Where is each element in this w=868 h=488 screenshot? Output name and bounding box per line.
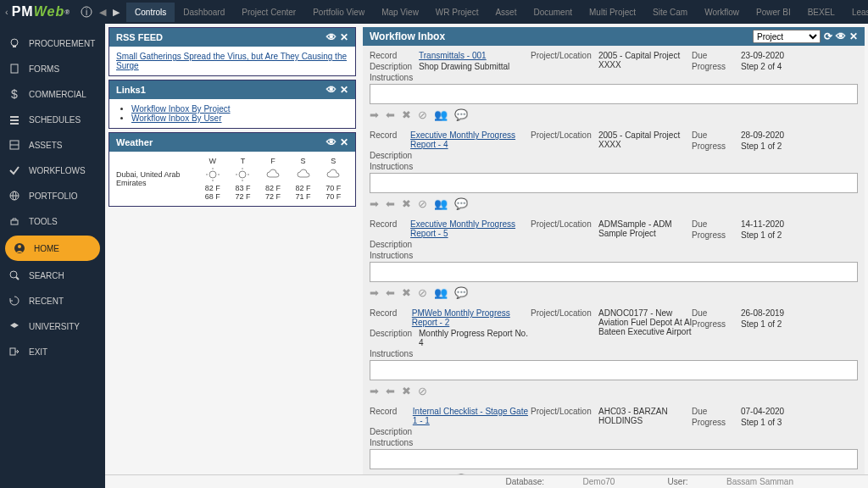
svg-text:i: i bbox=[86, 8, 87, 17]
instructions-input[interactable] bbox=[370, 262, 858, 282]
action-icon[interactable]: ⬅ bbox=[386, 108, 395, 121]
record-link[interactable]: Internal Checklist - Stage Gate 1 - 1 bbox=[413, 407, 531, 425]
link-item[interactable]: Workflow Inbox By User bbox=[131, 114, 222, 123]
top-tab-bexel[interactable]: BEXEL bbox=[799, 3, 843, 22]
weather-panel: Weather 👁✕ Dubai, United Arab Emirates W… bbox=[108, 132, 356, 207]
links-panel: Links1 👁✕ Workflow Inbox By ProjectWorkf… bbox=[108, 80, 356, 129]
action-icon[interactable]: ➡ bbox=[370, 286, 379, 299]
top-tab-project-center[interactable]: Project Center bbox=[233, 3, 304, 22]
action-icon[interactable]: ➡ bbox=[370, 108, 379, 121]
sidebar-item-commercial[interactable]: $COMMERCIAL bbox=[0, 81, 105, 107]
sidebar-item-assets[interactable]: ASSETS bbox=[0, 132, 105, 158]
top-tab-portfolio-view[interactable]: Portfolio View bbox=[304, 3, 373, 22]
record-link[interactable]: Transmittals - 001 bbox=[419, 51, 487, 60]
close-icon[interactable]: ✕ bbox=[340, 84, 348, 96]
sidebar-item-label: WORKFLOWS bbox=[29, 166, 86, 175]
sidebar-item-tools[interactable]: TOOLS bbox=[0, 208, 105, 234]
svg-point-20 bbox=[209, 171, 216, 178]
record-link[interactable]: PMWeb Monthly Progress Report - 2 bbox=[412, 308, 531, 327]
record-link[interactable]: Executive Monthly Progress Report - 4 bbox=[410, 130, 531, 149]
close-icon[interactable]: ✕ bbox=[340, 31, 348, 43]
weather-location: Dubai, United Arab Emirates bbox=[116, 170, 192, 187]
app-logo: PMWeb® bbox=[12, 4, 70, 19]
sidebar-item-label: ASSETS bbox=[29, 141, 62, 150]
action-icon[interactable]: ⬅ bbox=[386, 385, 395, 397]
action-icon[interactable]: ✖ bbox=[402, 385, 411, 397]
sidebar-item-exit[interactable]: EXIT bbox=[0, 339, 105, 364]
sidebar-item-home[interactable]: HOME bbox=[5, 236, 100, 261]
top-tab-multi-project[interactable]: Multi Project bbox=[581, 3, 644, 22]
top-tab-site-cam[interactable]: Site Cam bbox=[644, 3, 696, 22]
action-icon[interactable]: 💬 bbox=[454, 197, 468, 210]
action-icon[interactable]: ⬅ bbox=[386, 197, 395, 210]
action-icon[interactable]: 👥 bbox=[434, 108, 448, 121]
action-icon[interactable]: ➡ bbox=[370, 197, 379, 210]
sidebar: PROCUREMENTFORMS$COMMERCIALSCHEDULESASSE… bbox=[0, 24, 105, 488]
instructions-input[interactable] bbox=[370, 449, 858, 469]
action-icon[interactable]: ⊘ bbox=[418, 286, 427, 299]
action-icon[interactable]: ⊘ bbox=[418, 108, 427, 121]
top-tab-map-view[interactable]: Map View bbox=[373, 3, 427, 22]
action-icon[interactable]: ⬅ bbox=[386, 286, 395, 299]
action-icon[interactable]: 💬 bbox=[454, 108, 468, 121]
action-icon[interactable]: ⊘ bbox=[418, 197, 427, 210]
inbox-record: RecordExecutive Monthly Progress Report … bbox=[366, 129, 861, 214]
eye-icon[interactable]: 👁 bbox=[326, 31, 337, 43]
link-item[interactable]: Workflow Inbox By Project bbox=[131, 104, 231, 114]
search-icon bbox=[8, 269, 20, 281]
svg-rect-3 bbox=[13, 46, 16, 47]
action-icon[interactable]: 👥 bbox=[434, 286, 448, 299]
refresh-icon[interactable]: ⟳ bbox=[824, 30, 832, 42]
sidebar-item-workflows[interactable]: WORKFLOWS bbox=[0, 158, 105, 183]
nav-next-icon[interactable]: ▶ bbox=[113, 7, 120, 18]
inbox-filter[interactable]: Project bbox=[753, 30, 821, 43]
sidebar-item-procurement[interactable]: PROCUREMENT bbox=[0, 30, 105, 56]
top-tab-controls[interactable]: Controls bbox=[126, 3, 175, 22]
svg-line-18 bbox=[16, 277, 19, 280]
instructions-input[interactable] bbox=[370, 360, 858, 380]
globe-icon bbox=[8, 190, 20, 202]
svg-rect-4 bbox=[11, 64, 18, 73]
svg-point-25 bbox=[239, 171, 246, 178]
eye-icon[interactable]: 👁 bbox=[326, 136, 337, 148]
inbox-record: RecordInternal Checklist - Stage Gate 1 … bbox=[366, 405, 861, 485]
top-tab-power-bi[interactable]: Power BI bbox=[748, 3, 799, 22]
svg-rect-19 bbox=[10, 348, 15, 355]
doc-icon bbox=[8, 63, 20, 75]
weather-title: Weather bbox=[116, 137, 153, 147]
action-icon[interactable]: 💬 bbox=[454, 286, 468, 299]
top-tab-asset[interactable]: Asset bbox=[487, 3, 525, 22]
sidebar-item-search[interactable]: SEARCH bbox=[0, 263, 105, 288]
sidebar-item-label: SEARCH bbox=[29, 271, 64, 280]
instructions-input[interactable] bbox=[370, 173, 858, 193]
action-icon[interactable]: ✖ bbox=[402, 286, 411, 299]
top-tab-wr-project[interactable]: WR Project bbox=[427, 3, 487, 22]
back-icon[interactable]: ‹ bbox=[5, 7, 8, 17]
svg-point-16 bbox=[18, 245, 21, 248]
sidebar-item-schedules[interactable]: SCHEDULES bbox=[0, 107, 105, 132]
sidebar-item-forms[interactable]: FORMS bbox=[0, 56, 105, 81]
nav-prev-icon[interactable]: ◀ bbox=[99, 7, 106, 18]
action-icon[interactable]: ⊘ bbox=[418, 385, 427, 397]
rss-link[interactable]: Small Gatherings Spread the Virus, but A… bbox=[116, 52, 347, 70]
action-icon[interactable]: 👥 bbox=[434, 197, 448, 210]
eye-icon[interactable]: 👁 bbox=[326, 84, 337, 96]
top-tab-lease[interactable]: Lease bbox=[843, 3, 868, 22]
action-icon[interactable]: ✖ bbox=[402, 197, 411, 210]
instructions-input[interactable] bbox=[370, 84, 858, 104]
top-tab-dashboard[interactable]: Dashboard bbox=[175, 3, 233, 22]
top-tab-workflow[interactable]: Workflow bbox=[696, 3, 748, 22]
sidebar-item-portfolio[interactable]: PORTFOLIO bbox=[0, 183, 105, 208]
action-icon[interactable]: ✖ bbox=[402, 108, 411, 121]
info-icon[interactable]: i bbox=[81, 6, 92, 18]
eye-icon[interactable]: 👁 bbox=[836, 30, 846, 42]
sidebar-item-university[interactable]: UNIVERSITY bbox=[0, 313, 105, 339]
links-title: Links1 bbox=[116, 85, 146, 95]
close-icon[interactable]: ✕ bbox=[340, 136, 348, 148]
sidebar-item-recent[interactable]: RECENT bbox=[0, 288, 105, 313]
assets-icon bbox=[8, 139, 20, 151]
action-icon[interactable]: ➡ bbox=[370, 385, 379, 397]
top-tab-document[interactable]: Document bbox=[525, 3, 581, 22]
close-icon[interactable]: ✕ bbox=[849, 30, 858, 42]
record-link[interactable]: Executive Monthly Progress Report - 5 bbox=[410, 219, 531, 238]
